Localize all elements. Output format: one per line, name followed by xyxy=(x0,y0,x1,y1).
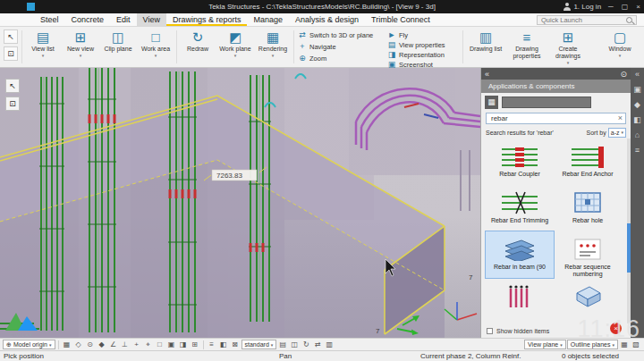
toolbar-icon[interactable]: ◫ xyxy=(289,340,300,349)
work-plane-button[interactable]: ◩ Work plane ▾ xyxy=(216,28,254,66)
component-item-partial[interactable] xyxy=(486,278,554,310)
model-viewport[interactable]: 7263.83 7 7 ↖ ⊡ xyxy=(0,68,480,338)
catalog-grid-button[interactable]: ▦ xyxy=(485,96,498,109)
rendering-button[interactable]: ▦ Rendering ▾ xyxy=(254,28,292,66)
pointer-tool-button[interactable]: ↖ xyxy=(5,79,20,93)
select-cursor-button[interactable]: ↖ xyxy=(4,29,18,44)
grid-label: 7 xyxy=(376,327,380,335)
snap-icon[interactable]: ⊥ xyxy=(120,340,131,349)
detailing-dropdown[interactable] xyxy=(502,97,591,108)
component-rebar-hole[interactable]: Rebar hole xyxy=(554,185,622,231)
tab-steel[interactable]: Steel xyxy=(34,13,65,26)
login-button[interactable]: 1. Log in xyxy=(563,3,601,11)
logo-triangles-icon xyxy=(4,309,39,332)
3d-scene[interactable]: 7263.83 7 7 xyxy=(0,68,480,338)
toolbar-icon[interactable]: ≡ xyxy=(207,340,217,349)
separator xyxy=(21,30,22,63)
mini-toolbar-button[interactable]: ⊡ xyxy=(4,46,18,61)
view-properties-button[interactable]: ▤ View properties xyxy=(387,40,459,49)
toolbar-icon[interactable]: ▥ xyxy=(324,340,335,349)
component-search-input[interactable] xyxy=(489,113,618,123)
maximize-button[interactable]: ▢ xyxy=(622,3,629,11)
drawing-properties-button[interactable]: ≡ Drawing properties xyxy=(506,28,547,66)
create-drawings-button[interactable]: ⊞ Create drawings ▾ xyxy=(547,28,589,66)
component-grid: Rebar Coupler Rebar End Anchor Rebar End… xyxy=(481,139,631,323)
rebar-sequence-numbering-icon xyxy=(570,235,606,264)
toolbar-icon[interactable]: ↻ xyxy=(301,340,311,349)
tab-edit[interactable]: Edit xyxy=(110,13,137,26)
window-button[interactable]: ▢ Window ▾ xyxy=(601,28,639,66)
view-list-button[interactable]: ▤ View list ▾ xyxy=(24,28,62,66)
snap-icon[interactable]: ◆ xyxy=(97,340,107,349)
tab-view[interactable]: View xyxy=(137,13,166,26)
properties-icon[interactable]: ◧ xyxy=(633,115,641,124)
component-rebar-sequence-numbering[interactable]: Rebar sequence numbering xyxy=(554,231,622,278)
tab-trimble-connect[interactable]: Trimble Connect xyxy=(365,13,436,26)
toolbar-icon[interactable]: ◧ xyxy=(218,340,229,349)
chevron-down-icon: ▾ xyxy=(42,53,45,58)
quick-launch[interactable] xyxy=(537,15,637,25)
drawing-list-button[interactable]: ▥ Drawing list xyxy=(465,28,506,66)
component-rebar-end-anchor[interactable]: Rebar End Anchor xyxy=(554,139,622,185)
snap-toolbar: ⊕ Model origin ▾ ▦ ◇ ⊙ ◆ ∠ ⊥ + ⌖ □ ▣ ◨ ⊞… xyxy=(0,338,644,350)
panel-header: « ⊙ xyxy=(481,68,631,80)
close-button[interactable]: × xyxy=(636,3,640,11)
selection-filter-dropdown[interactable]: standard ▾ xyxy=(242,340,277,349)
catalog-icon[interactable]: ◆ xyxy=(634,100,640,109)
component-item-partial[interactable] xyxy=(554,278,622,310)
zoom-icon: ⊕ xyxy=(298,54,307,63)
chevron-down-icon: ▾ xyxy=(272,53,275,58)
model-origin-dropdown[interactable]: ⊕ Model origin ▾ xyxy=(3,340,55,349)
snap-icon[interactable]: ⌖ xyxy=(143,340,154,349)
clip-plane-button[interactable]: ◫ Clip plane xyxy=(99,28,137,66)
panel-toolbar: ▦ xyxy=(481,93,631,111)
fly-button[interactable]: ► Fly xyxy=(387,30,459,39)
show-hidden-checkbox[interactable] xyxy=(487,328,493,334)
gear-icon[interactable]: ⊙ xyxy=(620,70,627,79)
quick-launch-input[interactable] xyxy=(539,15,625,25)
applications-components-panel: « ⊙ Applications & components ▦ × Search… xyxy=(480,68,631,338)
snap-icon[interactable]: ▦ xyxy=(62,340,72,349)
minimize-button[interactable]: ─ xyxy=(608,3,614,11)
chevron-down-icon: ▾ xyxy=(621,130,623,135)
sort-dropdown[interactable]: a-z ▾ xyxy=(608,128,626,138)
toolbar-icon[interactable]: ▤ xyxy=(277,340,288,349)
snap-icon[interactable]: ◨ xyxy=(178,340,189,349)
navigate-button[interactable]: + Navigate xyxy=(298,42,384,51)
home-icon[interactable]: ⌂ xyxy=(635,130,640,139)
snap-icon[interactable]: ▣ xyxy=(166,340,177,349)
snap-icon[interactable]: ⊞ xyxy=(190,340,200,349)
snap-icon[interactable]: ∠ xyxy=(108,340,119,349)
clear-search-icon[interactable]: × xyxy=(618,114,623,122)
origin-icon: ⊕ xyxy=(6,341,12,348)
component-rebar-end-trimming[interactable]: Rebar End Trimming xyxy=(486,185,554,231)
toolbar-icon[interactable]: ⊠ xyxy=(230,340,241,349)
toolbar-icon[interactable]: ⇄ xyxy=(312,340,323,349)
redraw-button[interactable]: ↻ Redraw xyxy=(179,28,216,66)
rendering-icon: ▦ xyxy=(267,29,279,46)
representation-button[interactable]: ◨ Representation xyxy=(387,50,459,59)
snap-icon[interactable]: □ xyxy=(155,340,165,349)
component-rebar-in-beam[interactable]: Rebar in beam (90 xyxy=(486,231,554,278)
snap-icon[interactable]: + xyxy=(131,340,142,349)
tab-manage[interactable]: Manage xyxy=(247,13,289,26)
new-view-button[interactable]: ⊞ New view ▾ xyxy=(62,28,99,66)
component-rebar-coupler[interactable]: Rebar Coupler xyxy=(486,139,554,185)
switch-3d-plane-button[interactable]: ⇄ Switch to 3D or plane xyxy=(298,30,384,39)
snap-icon[interactable]: ◇ xyxy=(73,340,84,349)
chevron-down-icon: ▾ xyxy=(49,342,52,348)
collapse-icon[interactable]: « xyxy=(635,70,640,79)
collapse-panel-icon[interactable]: « xyxy=(485,70,489,79)
list-icon[interactable]: ≡ xyxy=(635,146,640,155)
status-objects-selected: 0 objects selected xyxy=(562,352,619,360)
tab-drawings-reports[interactable]: Drawings & reports xyxy=(166,13,248,26)
component-search-box[interactable]: × xyxy=(486,113,626,124)
view-plane-dropdown[interactable]: View plane ▾ xyxy=(524,340,566,349)
zoom-button[interactable]: ⊕ Zoom xyxy=(298,54,384,63)
tab-concrete[interactable]: Concrete xyxy=(65,13,111,26)
work-area-button[interactable]: □ Work area ▾ xyxy=(137,28,174,66)
area-select-tool-button[interactable]: ⊡ xyxy=(5,97,20,111)
tab-analysis-design[interactable]: Analysis & design xyxy=(289,13,365,26)
snap-icon[interactable]: ⊙ xyxy=(85,340,96,349)
components-icon[interactable]: ▣ xyxy=(633,85,641,94)
